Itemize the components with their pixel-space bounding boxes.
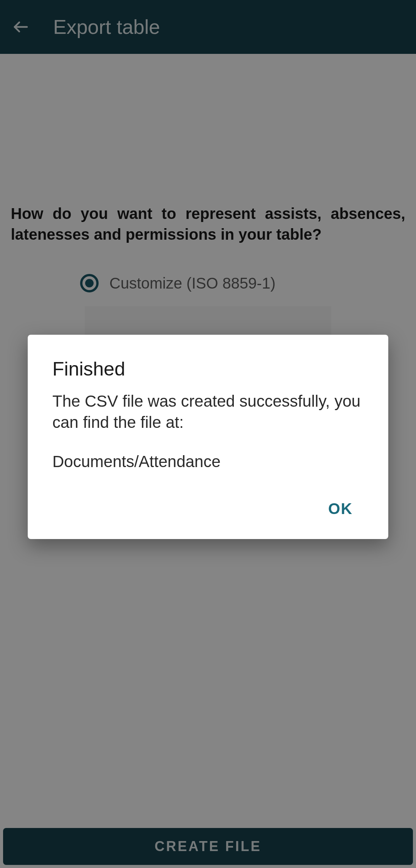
finished-dialog: Finished The CSV file was created succes… — [28, 335, 388, 539]
ok-button[interactable]: OK — [317, 494, 364, 524]
dialog-message-2: Documents/Attendance — [52, 451, 364, 472]
dialog-message-1: The CSV file was created successfully, y… — [52, 391, 364, 433]
dialog-title: Finished — [52, 358, 364, 380]
